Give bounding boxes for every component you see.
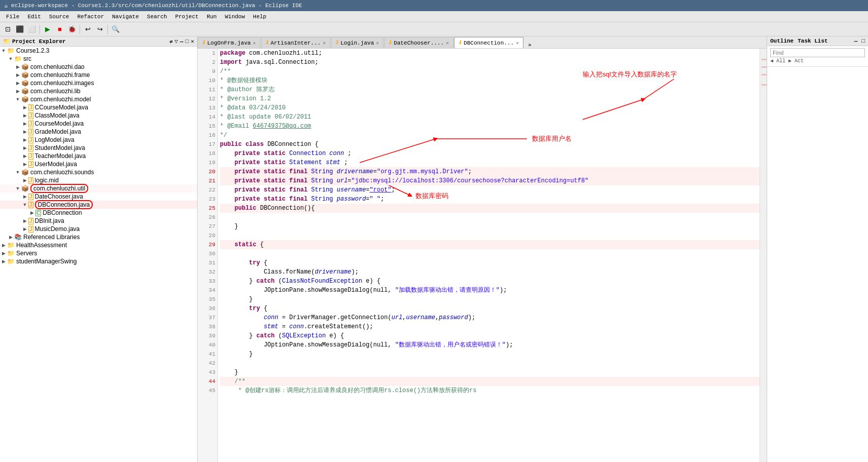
toolbar-new[interactable]: ⊡ [2, 24, 13, 35]
expand-icon-8[interactable]: ▶ [21, 113, 28, 118]
tree-node-19[interactable]: ▼ J DBConnection.java [0, 201, 197, 209]
panel-collapse[interactable]: ▽ [175, 38, 178, 45]
toolbar-btn6[interactable]: 🔍 [110, 24, 121, 35]
expand-icon-26[interactable]: ▶ [0, 259, 7, 264]
expand-icon-9[interactable]: ▶ [21, 121, 28, 126]
expand-icon-12[interactable]: ▶ [21, 145, 28, 150]
outline-search-input[interactable] [770, 48, 865, 57]
expand-icon-4[interactable]: ▶ [14, 81, 21, 86]
toolbar-stop[interactable]: ■ [54, 24, 65, 35]
tree-node-23[interactable]: ▶ 📚 Referenced Libraries [0, 233, 197, 241]
tree-node-17[interactable]: ▼ 📦 com.chenluozhi.util [0, 184, 197, 192]
toolbar-btn3[interactable]: ⬜ [26, 24, 37, 35]
tree-node-25[interactable]: ▶ 📁 Servers [0, 249, 197, 257]
tab-DBConnection[interactable]: JDBConnection...✕ [454, 37, 523, 48]
tree-node-12[interactable]: ▶ J StudentModel.java [0, 144, 197, 152]
expand-icon-23[interactable]: ▶ [7, 235, 14, 240]
code-line-44: /** [220, 377, 760, 386]
menu-item-navigate[interactable]: Navigate [108, 13, 143, 21]
tree-node-6[interactable]: ▼ 📦 com.chenluozhi.model [0, 95, 197, 103]
tree-node-20[interactable]: ▶ C DBConnection [0, 209, 197, 217]
expand-icon-25[interactable]: ▶ [0, 251, 7, 256]
menu-item-refactor[interactable]: Refactor [73, 13, 108, 21]
tree-node-13[interactable]: ▶ J TeacherModel.java [0, 152, 197, 160]
menu-item-help[interactable]: Help [249, 13, 270, 21]
panel-min[interactable]: — [180, 38, 183, 45]
tree-node-18[interactable]: ▶ J DateChooser.java [0, 192, 197, 201]
node-icon-17: 📦 [21, 185, 29, 192]
expand-icon-1[interactable]: ▼ [7, 56, 14, 61]
menu-item-file[interactable]: File [2, 13, 23, 21]
expand-icon-2[interactable]: ▶ [14, 64, 21, 69]
expand-icon-21[interactable]: ▶ [21, 218, 28, 223]
expand-icon-20[interactable]: ▶ [28, 210, 35, 215]
expand-icon-3[interactable]: ▶ [14, 72, 21, 78]
tabs-more[interactable]: » [525, 42, 535, 48]
menu-item-run[interactable]: Run [203, 13, 221, 21]
expand-icon-24[interactable]: ▶ [0, 243, 7, 248]
toolbar-btn5[interactable]: ↪ [94, 24, 105, 35]
expand-icon-10[interactable]: ▶ [21, 129, 28, 134]
expand-icon-19[interactable]: ▼ [21, 202, 28, 207]
toolbar-btn4[interactable]: ↩ [82, 24, 93, 35]
tree-node-21[interactable]: ▶ J DBInit.java [0, 217, 197, 225]
panel-sync-icon[interactable]: ⇄ [170, 38, 173, 45]
tree-node-1[interactable]: ▼ 📁 src [0, 55, 197, 63]
code-area[interactable]: 数据库用户名 数据库密码 输入把sql文件导入数据库的名字 package co… [218, 49, 760, 462]
toolbar-btn2[interactable]: ⬛ [14, 24, 25, 35]
expand-icon-15[interactable]: ▼ [14, 170, 21, 175]
panel-max[interactable]: □ [185, 38, 189, 45]
menu-item-source[interactable]: Source [45, 13, 73, 21]
tree-node-0[interactable]: ▼ 📁 Course1.2.3 [0, 47, 197, 55]
tree-node-22[interactable]: ▶ J MusicDemo.java [0, 225, 197, 233]
tasklist-tab[interactable]: Task List [798, 38, 827, 44]
toolbar-debug[interactable]: 🐞 [66, 24, 78, 35]
toolbar-sep3 [107, 25, 108, 34]
editor-content[interactable]: 1291011121314151617181920212223252627282… [198, 49, 767, 462]
expand-icon-16[interactable]: ▶ [21, 178, 28, 183]
tab-ArtisanInter[interactable]: JArtisanInter...✕ [261, 37, 330, 48]
tree-node-15[interactable]: ▼ 📦 com.chenluozhi.sounds [0, 168, 197, 176]
outline-tab[interactable]: Outline [770, 38, 794, 44]
tree-node-8[interactable]: ▶ J ClassModel.java [0, 111, 197, 120]
menu-item-project[interactable]: Project [171, 13, 203, 21]
tree-node-4[interactable]: ▶ 📦 com.chenluozhi.images [0, 79, 197, 87]
tab-Loginjava[interactable]: JLogin.java✕ [331, 37, 384, 48]
tab-DateChooser[interactable]: JDateChooser....✕ [384, 37, 454, 48]
tree-node-3[interactable]: ▶ 📦 com.chenluozhi.frame [0, 71, 197, 79]
toolbar-run[interactable]: ▶ [42, 24, 53, 35]
expand-icon-17[interactable]: ▼ [14, 186, 21, 191]
menu-item-search[interactable]: Search [143, 13, 171, 21]
tab-LogOnFrmjava[interactable]: JLogOnFrm.java✕ [198, 37, 260, 48]
node-icon-15: 📦 [21, 169, 29, 176]
menu-item-window[interactable]: Window [221, 13, 249, 21]
expand-icon-11[interactable]: ▶ [21, 137, 28, 142]
expand-icon-0[interactable]: ▼ [0, 48, 7, 53]
tree-node-14[interactable]: ▶ J UserModel.java [0, 160, 197, 168]
tree-node-16[interactable]: ▶ J logic.mid [0, 176, 197, 184]
expand-icon-14[interactable]: ▶ [21, 162, 28, 167]
rp-min[interactable]: — [854, 38, 858, 44]
code-line-35: } [220, 295, 760, 304]
tree-node-5[interactable]: ▶ 📦 com.chenluozhi.lib [0, 87, 197, 95]
expand-icon-7[interactable]: ▶ [21, 105, 28, 110]
tree-node-10[interactable]: ▶ J GradeModel.java [0, 128, 197, 136]
tree-node-24[interactable]: ▶ 📁 HealthAssessment [0, 241, 197, 249]
expand-icon-13[interactable]: ▶ [21, 153, 28, 159]
tree-node-7[interactable]: ▶ J CCourseModel.java [0, 103, 197, 111]
panel-close[interactable]: ✕ [191, 38, 194, 45]
expand-icon-22[interactable]: ▶ [21, 226, 28, 232]
expand-icon-6[interactable]: ▼ [14, 97, 21, 102]
node-label-23: Referenced Libraries [23, 234, 80, 241]
tree-node-9[interactable]: ▶ J CourseModel.java [0, 120, 197, 128]
line-num-43: 43 [198, 368, 217, 377]
tree-node-2[interactable]: ▶ 📦 com.chenluozhi.dao [0, 63, 197, 71]
expand-icon-5[interactable]: ▶ [14, 89, 21, 94]
tree-node-26[interactable]: ▶ 📁 studentManagerSwing [0, 257, 197, 265]
expand-icon-18[interactable]: ▶ [21, 194, 28, 199]
node-icon-7: J [28, 104, 33, 111]
menu-item-edit[interactable]: Edit [23, 13, 45, 21]
line-num-9: 9 [198, 67, 217, 76]
tree-node-11[interactable]: ▶ J LogModel.java [0, 136, 197, 144]
rp-max[interactable]: □ [861, 38, 865, 44]
